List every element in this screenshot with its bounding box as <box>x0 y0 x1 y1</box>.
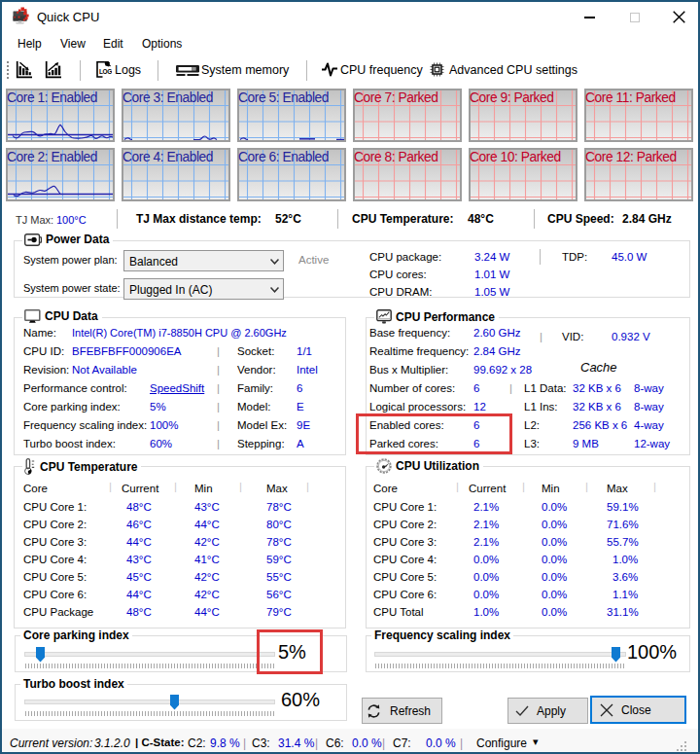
svg-text:LOG: LOG <box>99 68 112 75</box>
